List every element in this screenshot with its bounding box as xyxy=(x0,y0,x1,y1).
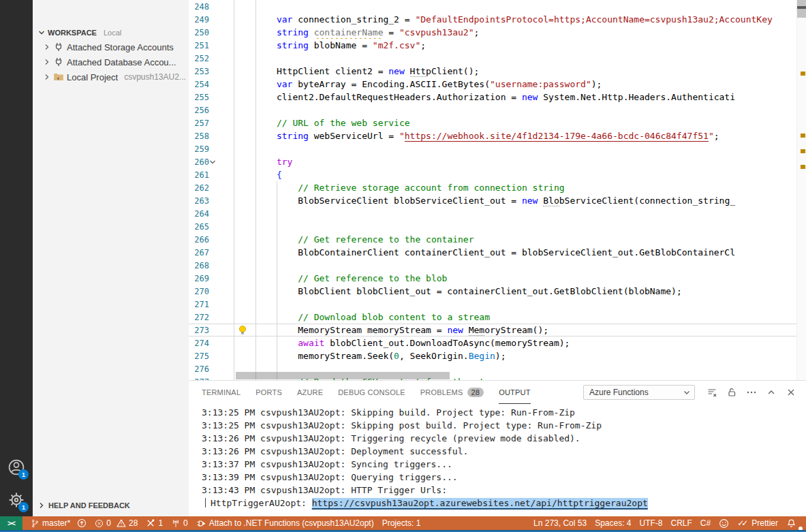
code-line-text: var byteArray = Encoding.ASCII.GetBytes(… xyxy=(213,78,806,91)
panel-tab-terminal[interactable]: TERMINAL xyxy=(202,381,241,404)
problems-count-badge: 28 xyxy=(467,388,484,397)
lightbulb-icon[interactable] xyxy=(238,325,247,335)
tree-item[interactable]: Attached Database Accou... xyxy=(33,54,189,69)
accounts-button[interactable]: 1 xyxy=(5,456,27,478)
code-line[interactable]: 262 // Retrieve storage account from con… xyxy=(189,181,806,194)
output-line[interactable]: 3:13:26 PM csvpush13AU2opt: Triggering r… xyxy=(202,432,806,445)
branch-status[interactable]: master* xyxy=(27,516,91,530)
problems-status[interactable]: 0 28 xyxy=(91,516,142,530)
indentation-status[interactable]: Spaces: 4 xyxy=(591,516,635,530)
eol-status[interactable]: CRLF xyxy=(667,516,696,530)
code-line[interactable]: 258 string webServiceUrl = "https://webh… xyxy=(189,129,806,142)
panel-tab-problems[interactable]: PROBLEMS28 xyxy=(420,381,484,404)
language-label: C# xyxy=(700,518,711,528)
tree-item[interactable]: Local Projectcsvpush13AU2... xyxy=(33,69,189,84)
output-line[interactable]: 3:13:25 PM csvpush13AU2opt: Skipping bui… xyxy=(202,406,806,419)
output-line[interactable]: 3:13:25 PM csvpush13AU2opt: Skipping pos… xyxy=(202,419,806,432)
horizontal-scrollbar[interactable] xyxy=(236,372,450,379)
double-check-icon: ✓✓ xyxy=(737,518,745,528)
more-actions-icon[interactable] xyxy=(745,386,758,399)
code-line[interactable]: 254 var byteArray = Encoding.ASCII.GetBy… xyxy=(189,78,806,91)
code-line[interactable]: 257 // URL of the web service xyxy=(189,116,806,129)
broadcast-status[interactable]: 0 xyxy=(167,516,192,530)
code-line[interactable]: 272 // Download blob content to a stream xyxy=(189,311,806,324)
code-line[interactable]: 261 { xyxy=(189,168,806,181)
panel-tab-label: TERMINAL xyxy=(202,388,241,396)
output-line[interactable]: 3:13:43 PM csvpush13AU2opt: HTTP Trigger… xyxy=(202,484,806,497)
output-channel-select[interactable]: Azure Functions xyxy=(583,385,695,400)
language-mode-status[interactable]: C# xyxy=(696,516,715,530)
code-line[interactable]: 260 try xyxy=(189,155,806,168)
code-line[interactable]: 252 xyxy=(189,52,806,65)
output-log[interactable]: 3:13:25 PM csvpush13AU2opt: Skipping bui… xyxy=(189,404,806,510)
encoding-status[interactable]: UTF-8 xyxy=(636,516,667,530)
plug-icon xyxy=(53,42,64,52)
close-panel-icon[interactable] xyxy=(784,386,798,399)
output-line[interactable]: 3:13:39 PM csvpush13AU2opt: Querying tri… xyxy=(202,471,806,484)
help-and-feedback-section[interactable]: HELP AND FEEDBACK xyxy=(33,501,189,510)
tools-status[interactable]: 1 xyxy=(142,516,167,530)
code-line[interactable]: 265 xyxy=(189,220,806,233)
code-line[interactable]: 264 xyxy=(189,207,806,220)
line-number: 262 xyxy=(189,183,209,193)
code-line[interactable]: 251 string blobName = "m2f.csv"; xyxy=(189,39,806,52)
tree-item-label: Local Project xyxy=(67,72,118,82)
maximize-panel-icon[interactable] xyxy=(764,386,778,399)
code-line[interactable]: 266 // Get reference to the container xyxy=(189,233,806,246)
code-line[interactable]: 271 xyxy=(189,298,806,311)
line-number: 267 xyxy=(189,248,209,257)
code-line[interactable]: 268 xyxy=(189,259,806,272)
error-count: 0 xyxy=(106,518,111,528)
output-channel-value: Azure Functions xyxy=(589,388,649,397)
code-line[interactable]: 274 await blobClient_out.DownloadToAsync… xyxy=(189,337,806,349)
line-number: 276 xyxy=(189,364,209,374)
remote-indicator[interactable]: >< xyxy=(0,516,22,530)
tree-item[interactable]: Attached Storage Accounts xyxy=(33,40,189,54)
fold-chevron-icon[interactable] xyxy=(209,159,216,166)
code-line[interactable]: 249 var connection_string_2 = "DefaultEn… xyxy=(189,13,806,26)
feedback-smiley-button[interactable] xyxy=(715,516,733,530)
vertical-scrollbar[interactable] xyxy=(796,0,806,380)
panel-tab-label: DEBUG CONSOLE xyxy=(338,388,405,396)
branch-name: master* xyxy=(42,518,70,528)
code-line[interactable]: 263 BlobServiceClient blobServiceClient_… xyxy=(189,194,806,207)
code-line[interactable]: 259 xyxy=(189,142,806,155)
panel-tab-azure[interactable]: AZURE xyxy=(297,381,323,404)
warning-icon xyxy=(117,518,126,528)
code-line[interactable]: 255 client2.DefaultRequestHeaders.Author… xyxy=(189,91,806,104)
output-line[interactable]: 3:13:26 PM csvpush13AU2opt: Deployment s… xyxy=(202,445,806,458)
line-number: 263 xyxy=(189,196,209,206)
code-editor[interactable]: 248249 var connection_string_2 = "Defaul… xyxy=(189,0,806,380)
lock-icon[interactable] xyxy=(725,386,739,399)
panel-tab-ports[interactable]: PORTS xyxy=(255,381,282,404)
code-line[interactable]: 253 HttpClient client2 = new HttpClient(… xyxy=(189,65,806,78)
tree-item-detail: csvpush13AU2... xyxy=(124,72,186,82)
settings-button[interactable]: 1 xyxy=(5,489,27,511)
clear-output-icon[interactable] xyxy=(705,386,719,399)
code-line[interactable]: 269 // Get reference to the blob xyxy=(189,272,806,285)
prettier-status[interactable]: ✓✓ Prettier xyxy=(733,516,782,530)
code-line[interactable]: 250 string containerName = "csvpush13au2… xyxy=(189,26,806,39)
bell-icon xyxy=(786,518,796,529)
code-line[interactable]: 267 BlobContainerClient containerClient_… xyxy=(189,246,806,259)
output-line-trigger-url[interactable]: HttpTriggerAU2opt: https://csvpush13au2o… xyxy=(202,497,806,510)
projects-status[interactable]: Projects: 1 xyxy=(378,516,425,530)
code-line-text: client2.DefaultRequestHeaders.Authorizat… xyxy=(213,91,806,104)
scrollbar-thumb[interactable] xyxy=(797,0,806,18)
panel-tab-output[interactable]: OUTPUT xyxy=(499,381,530,404)
notifications-bell-button[interactable] xyxy=(782,516,801,530)
code-line[interactable]: 275 memoryStream.Seek(0, SeekOrigin.Begi… xyxy=(189,349,806,362)
output-line[interactable]: 3:13:37 PM csvpush13AU2opt: Syncing trig… xyxy=(202,458,806,471)
line-number: 270 xyxy=(189,287,209,296)
trigger-url-selected[interactable]: https://csvpush13au2opt.azurewebsites.ne… xyxy=(312,498,648,508)
panel-tab-debug-console[interactable]: DEBUG CONSOLE xyxy=(338,381,405,404)
code-line[interactable]: 248 xyxy=(189,0,806,13)
debug-attach-status[interactable]: Attach to .NET Functions (csvpush13AU2op… xyxy=(192,516,378,530)
line-number: 273 xyxy=(189,326,209,335)
code-line[interactable]: 270 BlobClient blobClient_out = containe… xyxy=(189,285,806,298)
workspace-section-header[interactable]: WORKSPACE Local xyxy=(33,0,189,40)
code-line[interactable]: 273 MemoryStream memoryStream = new Memo… xyxy=(189,324,806,337)
tree-item-label: Attached Storage Accounts xyxy=(67,42,174,52)
code-line[interactable]: 256 xyxy=(189,104,806,116)
cursor-position-status[interactable]: Ln 273, Col 53 xyxy=(529,516,591,530)
